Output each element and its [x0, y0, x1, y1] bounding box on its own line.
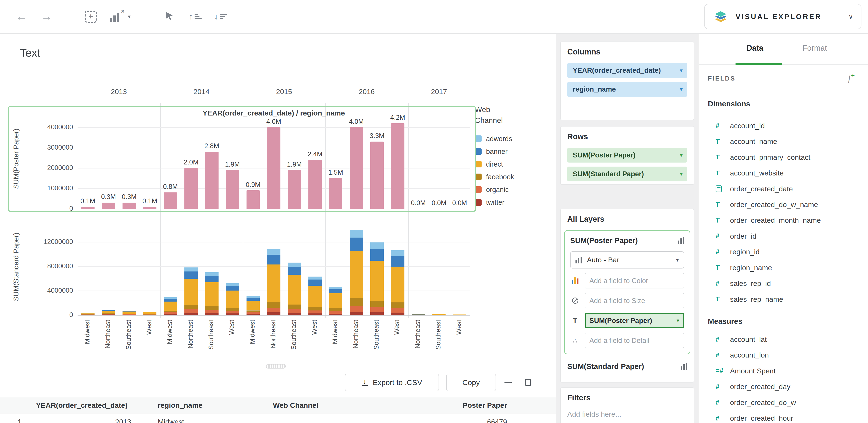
standard-paper-segment[interactable]	[102, 314, 115, 314]
standard-paper-segment[interactable]	[350, 312, 363, 315]
standard-paper-segment[interactable]	[391, 266, 404, 302]
standard-paper-segment[interactable]	[288, 309, 301, 313]
standard-paper-segment[interactable]	[102, 310, 115, 310]
standard-paper-segment[interactable]	[350, 230, 363, 237]
columns-shelf[interactable]: Columns YEAR(order_created_date)▾region_…	[560, 41, 694, 120]
standard-paper-segment[interactable]	[226, 308, 239, 311]
detail-field-input[interactable]	[585, 333, 684, 348]
standard-paper-segment[interactable]	[184, 267, 198, 271]
standard-paper-segment[interactable]	[164, 314, 177, 315]
text-widget[interactable]: Text	[20, 46, 40, 59]
standard-paper-segment[interactable]	[370, 301, 384, 307]
add-chart-icon[interactable]: +	[85, 10, 97, 23]
standard-paper-segment[interactable]	[267, 255, 280, 264]
standard-paper-segment[interactable]	[226, 311, 239, 313]
caret-down-icon[interactable]: ▾	[680, 148, 683, 163]
poster-paper-bar[interactable]	[123, 203, 136, 209]
standard-paper-segment[interactable]	[123, 314, 136, 315]
poster-paper-bar[interactable]	[391, 123, 404, 209]
standard-paper-segment[interactable]	[329, 287, 342, 289]
standard-paper-segment[interactable]	[205, 306, 219, 310]
standard-paper-segment[interactable]	[226, 314, 239, 315]
standard-paper-segment[interactable]	[226, 286, 239, 291]
field-item[interactable]: #order_created_hour	[699, 410, 868, 423]
poster-paper-bar[interactable]	[143, 207, 156, 209]
standard-paper-segment[interactable]	[143, 312, 156, 313]
standard-paper-segment[interactable]	[350, 298, 363, 305]
standard-paper-segment[interactable]	[267, 313, 280, 315]
sort-ascending-icon[interactable]: ↑	[189, 12, 202, 21]
field-item[interactable]: #account_id	[699, 118, 868, 133]
poster-paper-bar[interactable]	[267, 127, 280, 209]
standard-paper-segment[interactable]	[453, 315, 466, 315]
poster-paper-bar[interactable]	[329, 178, 342, 209]
field-item[interactable]: order_created_date	[699, 181, 868, 197]
collapse-icon[interactable]	[501, 373, 515, 391]
clear-chart-icon[interactable]: ×	[110, 12, 124, 22]
rows-shelf[interactable]: Rows SUM(Poster Paper)▾SUM(Standard Pape…	[560, 126, 694, 185]
field-item[interactable]: #sales_rep_id	[699, 275, 868, 291]
standard-paper-segment[interactable]	[391, 313, 404, 315]
filters-card[interactable]: Filters Add fields here...	[560, 387, 694, 423]
standard-paper-segment[interactable]	[247, 296, 260, 298]
standard-paper-segment[interactable]	[288, 263, 301, 267]
tab-data[interactable]: Data	[736, 44, 774, 53]
field-item[interactable]: Tsales_rep_name	[699, 291, 868, 307]
standard-paper-segment[interactable]	[329, 293, 342, 308]
caret-down-icon[interactable]: ▾	[128, 13, 131, 20]
standard-paper-segment[interactable]	[329, 311, 342, 314]
standard-paper-segment[interactable]	[267, 249, 280, 255]
poster-paper-bar[interactable]	[205, 152, 219, 209]
caret-down-icon[interactable]: ▾	[680, 82, 683, 97]
standard-paper-segment[interactable]	[329, 308, 342, 311]
standard-paper-segment[interactable]	[267, 264, 280, 302]
standard-paper-segment[interactable]	[81, 313, 95, 314]
standard-paper-segment[interactable]	[164, 297, 177, 299]
standard-paper-segment[interactable]	[123, 311, 136, 311]
caret-down-icon[interactable]: ▾	[680, 63, 683, 78]
field-item[interactable]: #account_lat	[699, 331, 868, 347]
poster-paper-bar[interactable]	[81, 207, 95, 209]
poster-paper-bar[interactable]	[102, 203, 115, 209]
standard-paper-segment[interactable]	[247, 311, 260, 313]
field-item[interactable]: Torder_created_month_name	[699, 213, 868, 228]
forward-icon[interactable]: →	[41, 9, 53, 24]
standard-paper-segment[interactable]	[102, 310, 115, 311]
standard-paper-segment[interactable]	[288, 275, 301, 304]
size-field-input[interactable]	[585, 293, 684, 308]
poster-paper-bar[interactable]	[370, 141, 384, 209]
field-item[interactable]: Taccount_name	[699, 134, 868, 150]
field-item[interactable]: #order_created_do_w	[699, 395, 868, 410]
table-header-cell[interactable]: region_name	[147, 397, 266, 413]
standard-paper-segment[interactable]	[308, 286, 322, 307]
poster-paper-bar[interactable]	[308, 160, 322, 208]
standard-paper-segment[interactable]	[350, 237, 363, 251]
visual-explorer-menu[interactable]: VISUAL EXPLORER ∨	[704, 4, 861, 29]
poster-paper-bar[interactable]	[164, 192, 177, 209]
standard-paper-segment[interactable]	[412, 314, 425, 315]
poster-paper-bar[interactable]	[247, 190, 260, 208]
standard-paper-segment[interactable]	[370, 261, 384, 301]
legend-item[interactable]: banner	[475, 145, 536, 158]
standard-paper-segment[interactable]	[164, 311, 177, 313]
standard-paper-segment[interactable]	[391, 256, 404, 267]
export-csv-button[interactable]: ↓ Export to .CSV	[345, 373, 439, 391]
expand-icon[interactable]	[521, 373, 535, 391]
standard-paper-segment[interactable]	[308, 311, 322, 314]
field-item[interactable]: Tregion_name	[699, 260, 868, 275]
field-item[interactable]: =#Amount Spent	[699, 363, 868, 379]
row-pill[interactable]: SUM(Poster Paper)▾	[567, 148, 687, 163]
pointer-tool-icon[interactable]	[164, 11, 175, 24]
standard-paper-segment[interactable]	[247, 298, 260, 301]
table-header-cell[interactable]: Web Channel	[266, 397, 393, 413]
field-item[interactable]: #order_created_day	[699, 379, 868, 395]
standard-paper-segment[interactable]	[164, 313, 177, 314]
copy-button[interactable]: Copy	[446, 373, 496, 391]
table-header-cell[interactable]: Poster Paper	[393, 397, 556, 413]
field-item[interactable]: Torder_created_do_w_name	[699, 197, 868, 213]
standard-paper-segment[interactable]	[102, 311, 115, 314]
table-header-cell[interactable]	[0, 397, 31, 413]
standard-paper-segment[interactable]	[143, 313, 156, 314]
standard-paper-segment[interactable]	[123, 312, 136, 314]
standard-paper-segment[interactable]	[205, 272, 219, 276]
